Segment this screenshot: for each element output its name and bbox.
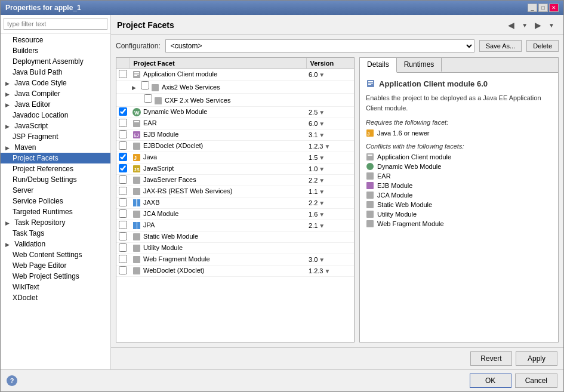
version-dropdown-webdoclet[interactable]: ▼ — [324, 268, 330, 274]
version-dropdown-app-client[interactable]: ▼ — [319, 72, 325, 78]
table-row[interactable]: JavaServer Faces 2.2 ▼ — [116, 175, 354, 186]
delete-button[interactable]: Delete — [526, 40, 559, 52]
facet-check-jaxrs[interactable] — [119, 187, 127, 195]
nav-item-validation[interactable]: ▶ Validation — [1, 239, 110, 249]
nav-item-task-repository[interactable]: ▶ Task Repository — [1, 217, 110, 228]
facet-check-ejbdoclet[interactable] — [119, 141, 127, 150]
expand-java-editor[interactable]: ▶ — [5, 102, 13, 108]
facet-check-axis2[interactable] — [141, 81, 149, 89]
expand-axis2[interactable]: ▶ — [132, 85, 139, 91]
facet-check-java[interactable] — [119, 153, 127, 161]
nav-item-web-project-settings[interactable]: Web Project Settings — [1, 271, 110, 282]
forward-dropdown-button[interactable]: ▼ — [545, 18, 557, 32]
table-row[interactable]: JCA Module 1.6 ▼ — [116, 209, 354, 220]
table-row[interactable]: JPA 2.1 ▼ — [116, 220, 354, 232]
nav-item-project-facets[interactable]: Project Facets — [1, 153, 110, 163]
help-icon[interactable]: ? — [7, 375, 17, 386]
facet-check-jpa[interactable] — [119, 221, 127, 229]
table-row[interactable]: JJava 1.5 ▼ — [116, 152, 354, 163]
tab-details[interactable]: Details — [360, 58, 397, 73]
revert-button[interactable]: Revert — [470, 351, 512, 366]
version-dropdown-web-fragment[interactable]: ▼ — [319, 257, 325, 263]
version-dropdown-jaxrs[interactable]: ▼ — [319, 189, 325, 195]
version-dropdown-jaxb[interactable]: ▼ — [319, 200, 325, 206]
facet-check-dynamic-web[interactable] — [119, 107, 127, 116]
forward-button[interactable]: ▶ — [532, 18, 544, 32]
table-row[interactable]: EJEJB Module 3.1 ▼ — [116, 129, 354, 141]
facet-check-jsf[interactable] — [119, 175, 127, 184]
nav-item-run-debug-settings[interactable]: Run/Debug Settings — [1, 174, 110, 185]
facet-check-jaxb[interactable] — [119, 198, 127, 206]
nav-item-xdoclet[interactable]: XDoclet — [1, 292, 110, 303]
nav-item-web-content-settings[interactable]: Web Content Settings — [1, 249, 110, 260]
nav-item-deployment-assembly[interactable]: Deployment Assembly — [1, 56, 110, 67]
table-row[interactable]: Application Client module 6.0 ▼ — [116, 69, 354, 81]
version-dropdown-ejbdoclet[interactable]: ▼ — [324, 143, 330, 150]
save-as-button[interactable]: Save As... — [479, 40, 522, 52]
filter-input[interactable] — [4, 18, 107, 30]
cancel-button[interactable]: Cancel — [515, 374, 557, 388]
nav-item-resource[interactable]: Resource — [1, 35, 110, 45]
back-dropdown-button[interactable]: ▼ — [519, 18, 531, 32]
tab-runtimes[interactable]: Runtimes — [397, 58, 442, 72]
facet-check-jca[interactable] — [119, 209, 127, 218]
facet-check-cxf[interactable] — [144, 94, 152, 103]
table-row[interactable]: JSJavaScript 1.0 ▼ — [116, 163, 354, 175]
nav-item-javascript[interactable]: ▶ JavaScript — [1, 121, 110, 131]
table-row[interactable]: WDynamic Web Module 2.5 ▼ — [116, 107, 354, 118]
version-dropdown-jca[interactable]: ▼ — [319, 211, 325, 218]
table-row[interactable]: Static Web Module — [116, 232, 354, 243]
expand-validation[interactable]: ▶ — [5, 242, 13, 248]
version-dropdown-ear[interactable]: ▼ — [319, 121, 325, 127]
expand-task-repository[interactable]: ▶ — [5, 220, 13, 226]
nav-item-java-build-path[interactable]: Java Build Path — [1, 67, 110, 78]
table-row[interactable]: ▶ Axis2 Web Services — [116, 81, 354, 94]
expand-javascript[interactable]: ▶ — [5, 124, 13, 129]
close-button[interactable]: ✕ — [549, 4, 559, 12]
facet-check-utility[interactable] — [119, 243, 127, 252]
facet-check-webdoclet[interactable] — [119, 266, 127, 274]
facet-check-static-web[interactable] — [119, 232, 127, 240]
table-row[interactable]: CXF 2.x Web Services — [116, 94, 354, 107]
nav-item-maven[interactable]: ▶ Maven — [1, 142, 110, 153]
table-row[interactable]: Utility Module — [116, 243, 354, 254]
version-dropdown-ejb[interactable]: ▼ — [319, 132, 325, 138]
nav-item-jsp-fragment[interactable]: JSP Fragment — [1, 131, 110, 142]
nav-item-project-references[interactable]: Project References — [1, 163, 110, 174]
nav-item-javadoc-location[interactable]: Javadoc Location — [1, 110, 110, 121]
version-dropdown-jpa[interactable]: ▼ — [319, 223, 325, 229]
table-row[interactable]: JAXB 2.2 ▼ — [116, 197, 354, 209]
table-row[interactable]: EAR 6.0 ▼ — [116, 118, 354, 129]
maximize-button[interactable]: □ — [538, 4, 548, 12]
apply-button[interactable]: Apply — [516, 351, 557, 366]
facet-check-ear[interactable] — [119, 119, 127, 127]
nav-item-builders[interactable]: Builders — [1, 45, 110, 56]
table-row[interactable]: Web Fragment Module 3.0 ▼ — [116, 254, 354, 266]
nav-item-service-policies[interactable]: Service Policies — [1, 196, 110, 206]
nav-item-java-compiler[interactable]: ▶ Java Compiler — [1, 88, 110, 99]
version-dropdown-jsf[interactable]: ▼ — [319, 177, 325, 184]
version-dropdown-dynamic-web[interactable]: ▼ — [319, 109, 325, 116]
expand-maven[interactable]: ▶ — [5, 145, 13, 151]
nav-item-java-editor[interactable]: ▶ Java Editor — [1, 99, 110, 110]
facet-check-javascript-facet[interactable] — [119, 164, 127, 172]
table-row[interactable]: JAX-RS (REST Web Services) 1.1 ▼ — [116, 186, 354, 197]
config-select[interactable]: <custom> — [165, 39, 474, 53]
table-row[interactable]: EJBDoclet (XDoclet) 1.2.3 ▼ — [116, 141, 354, 152]
version-dropdown-java[interactable]: ▼ — [319, 155, 325, 161]
nav-item-wikitext[interactable]: WikiText — [1, 282, 110, 292]
facet-check-app-client[interactable] — [119, 70, 127, 78]
version-dropdown-javascript-facet[interactable]: ▼ — [319, 166, 325, 172]
expand-java-code-style[interactable]: ▶ — [5, 81, 13, 87]
nav-item-task-tags[interactable]: Task Tags — [1, 228, 110, 239]
expand-java-compiler[interactable]: ▶ — [5, 91, 13, 97]
ok-button[interactable]: OK — [470, 374, 511, 388]
nav-item-web-page-editor[interactable]: Web Page Editor — [1, 260, 110, 271]
table-row[interactable]: WebDoclet (XDoclet) 1.2.3 ▼ — [116, 266, 354, 277]
back-button[interactable]: ◀ — [505, 18, 517, 32]
nav-item-server[interactable]: Server — [1, 185, 110, 196]
minimize-button[interactable]: _ — [528, 4, 537, 12]
facet-check-ejb[interactable] — [119, 130, 127, 138]
nav-item-java-code-style[interactable]: ▶ Java Code Style — [1, 78, 110, 88]
nav-item-targeted-runtimes[interactable]: Targeted Runtimes — [1, 206, 110, 217]
